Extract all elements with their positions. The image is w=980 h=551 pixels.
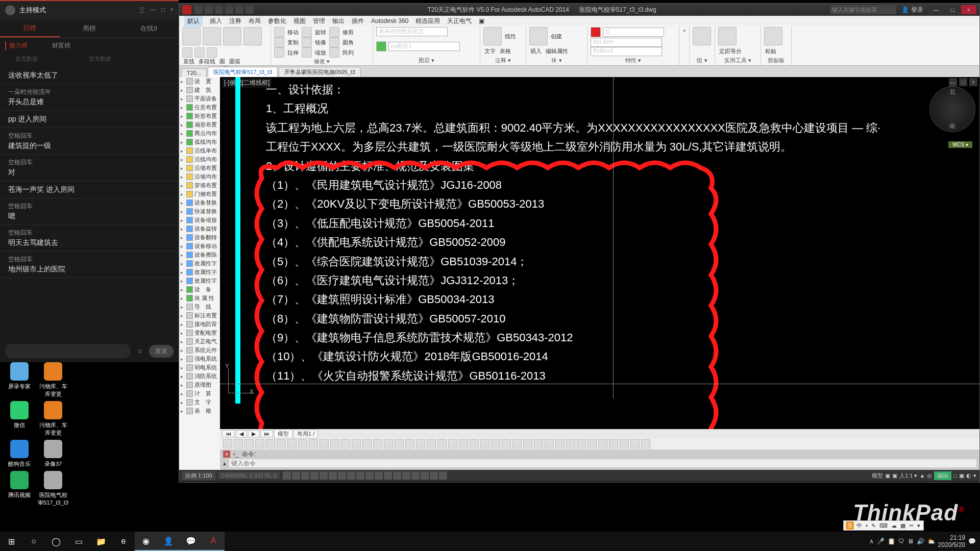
toolbar-icon[interactable] bbox=[320, 439, 329, 448]
toolbar-icon[interactable] bbox=[577, 439, 586, 448]
minimize-button[interactable]: — bbox=[928, 5, 944, 14]
side-panel-item[interactable]: ▸任意布置 bbox=[179, 103, 220, 112]
maximize-icon[interactable]: □ bbox=[161, 6, 165, 15]
scale-icon[interactable] bbox=[302, 47, 312, 58]
side-panel-item[interactable]: ▸文 字 bbox=[179, 398, 220, 407]
toolbar-icon[interactable] bbox=[598, 439, 607, 448]
maximize-button[interactable]: □ bbox=[945, 5, 960, 14]
side-panel-item[interactable]: ▸矩形布置 bbox=[179, 112, 220, 120]
layer-icon[interactable] bbox=[376, 41, 386, 52]
side-panel-item[interactable]: ▸表 格 bbox=[179, 407, 220, 415]
chat-input[interactable] bbox=[5, 344, 131, 358]
status-toggle-icon[interactable] bbox=[402, 471, 410, 480]
side-panel-item[interactable]: ▸两点均布 bbox=[179, 129, 220, 138]
side-panel-item[interactable]: ▸设备缩放 bbox=[179, 216, 220, 224]
toolbar-icon[interactable] bbox=[255, 439, 264, 448]
status-toggle-icon[interactable] bbox=[329, 471, 337, 480]
status-toggle-icon[interactable] bbox=[421, 471, 429, 480]
ime-lang[interactable]: 中 bbox=[855, 522, 863, 530]
ime-logo-icon[interactable]: S bbox=[846, 521, 854, 530]
wcs-badge[interactable]: WCS ▾ bbox=[948, 141, 972, 148]
status-toggle-icon[interactable] bbox=[356, 471, 364, 480]
ribbon-tab[interactable]: 精选应用 bbox=[415, 17, 440, 26]
app-icon[interactable]: ◉ bbox=[135, 532, 157, 551]
tray-mic-icon[interactable]: 🎤 bbox=[877, 538, 885, 545]
side-panel-item[interactable]: ▸天正电气 bbox=[179, 337, 220, 346]
ribbon-tab[interactable]: 插入 bbox=[210, 17, 222, 26]
toolbar-icon[interactable] bbox=[395, 439, 404, 448]
side-panel-item[interactable]: ▸导 线 bbox=[179, 303, 220, 311]
qat-print-icon[interactable] bbox=[246, 6, 254, 14]
qat-open-icon[interactable] bbox=[205, 6, 213, 14]
toolbar-icon[interactable] bbox=[523, 439, 532, 448]
side-panel-item[interactable]: ▸快速替换 bbox=[179, 207, 220, 216]
search-icon[interactable]: ○ bbox=[22, 532, 45, 551]
side-panel-item[interactable]: ▸建 筑 bbox=[179, 86, 220, 94]
status-item[interactable]: ◐ bbox=[966, 472, 971, 479]
status-toggle-icon[interactable] bbox=[338, 471, 346, 480]
paste-icon[interactable] bbox=[764, 27, 782, 45]
toolbar-icon[interactable] bbox=[630, 439, 640, 448]
ime-punct-icon[interactable]: • bbox=[865, 522, 869, 529]
side-panel-item[interactable]: ▸设备翻转 bbox=[179, 233, 220, 242]
polyline-icon[interactable] bbox=[203, 27, 221, 45]
minimize-icon[interactable]: — bbox=[150, 6, 156, 15]
status-item[interactable]: 编辑 bbox=[934, 471, 951, 480]
ribbon-tab[interactable]: 视图 bbox=[293, 17, 306, 26]
drawing-canvas[interactable]: [-]俯视[二维线框] — □ × 一、设计依据： 1、工程概况 该工程为地上六… bbox=[220, 77, 979, 470]
ribbon-tab[interactable]: 布局 bbox=[249, 17, 261, 26]
stretch-icon[interactable] bbox=[274, 47, 284, 58]
account-login[interactable]: 👤 登录 bbox=[901, 6, 923, 14]
linetype-combo[interactable]: ByBlock bbox=[591, 47, 662, 56]
toolbar-icon[interactable] bbox=[502, 439, 511, 448]
status-toggle-icon[interactable] bbox=[384, 471, 392, 480]
status-toggle-icon[interactable] bbox=[439, 471, 447, 480]
toolbar-icon[interactable] bbox=[512, 439, 522, 448]
side-panel-item[interactable]: ▸沿墙均布 bbox=[179, 172, 220, 181]
side-panel-item[interactable]: ▸设备移动 bbox=[179, 242, 220, 251]
ribbon-tab[interactable]: Autodesk 360 bbox=[371, 17, 408, 24]
ribbon-group-overflow[interactable]: » bbox=[679, 26, 690, 65]
desktop-icon[interactable]: 腾讯视频 bbox=[4, 471, 35, 507]
cmd-history-icon[interactable]: ▴ bbox=[223, 460, 226, 467]
ribbon-tab[interactable]: 天正电气 bbox=[447, 17, 472, 26]
nav-last-icon[interactable]: ⏭ bbox=[260, 430, 273, 437]
tab-daily-rank[interactable]: 日榜 bbox=[0, 19, 60, 37]
status-item[interactable]: 人1:1 ▾ bbox=[899, 472, 917, 480]
desktop-icon[interactable]: 污物库、车库变更 bbox=[38, 362, 68, 398]
status-item[interactable]: ◎ bbox=[927, 472, 932, 479]
status-item[interactable]: □ bbox=[953, 472, 957, 479]
emoji-icon[interactable]: ☺ bbox=[134, 345, 146, 357]
fillet-icon[interactable] bbox=[329, 37, 339, 47]
side-panel-item[interactable]: ▸门侧布置 bbox=[179, 190, 220, 198]
toolbar-icon[interactable] bbox=[609, 439, 618, 448]
desktop-icon[interactable]: 污物库、车库变更 bbox=[38, 401, 68, 437]
tray-weather-icon[interactable]: ⛅ bbox=[927, 538, 935, 545]
mirror-icon[interactable] bbox=[302, 37, 312, 47]
explorer-icon[interactable]: 📁 bbox=[90, 532, 112, 551]
tray-volume-icon[interactable]: 🔊 bbox=[917, 538, 924, 545]
ribbon-tab[interactable]: 输出 bbox=[332, 17, 345, 26]
status-toggle-icon[interactable] bbox=[320, 471, 328, 480]
toolbar-icon[interactable] bbox=[587, 439, 597, 448]
ime-toolbar[interactable]: S 中 • ✎ ⌨ ☁ ▦ ✂ ▾ bbox=[843, 520, 924, 531]
status-toggle-icon[interactable] bbox=[365, 471, 374, 480]
tool-icon[interactable] bbox=[182, 47, 192, 58]
ribbon-tab[interactable]: ▣ bbox=[479, 17, 484, 24]
side-panel-item[interactable]: ▸设备旋转 bbox=[179, 224, 220, 233]
toolbar-icon[interactable] bbox=[405, 439, 414, 448]
tray-expand-icon[interactable]: ∧ bbox=[869, 538, 874, 545]
side-panel-item[interactable]: ▸块 属 性 bbox=[179, 294, 220, 303]
toolbar-icon[interactable] bbox=[416, 439, 425, 448]
toolbar-icon[interactable] bbox=[480, 439, 489, 448]
side-panel-item[interactable]: ▸改属性字 bbox=[179, 259, 220, 268]
status-item[interactable]: ▣ bbox=[892, 472, 897, 479]
close-button[interactable]: × bbox=[961, 5, 976, 14]
color-combo[interactable]: 红 bbox=[603, 28, 664, 37]
notification-icon[interactable]: 💬 bbox=[968, 538, 976, 545]
doc-tab[interactable]: 开鲁县蒙医医院电施0505_t3 bbox=[279, 67, 361, 77]
array-icon[interactable] bbox=[329, 47, 339, 58]
cortana-icon[interactable]: ◯ bbox=[45, 532, 67, 551]
toolbar-icon[interactable] bbox=[641, 439, 650, 448]
side-panel-item[interactable]: ▸沿线单布 bbox=[179, 146, 220, 155]
